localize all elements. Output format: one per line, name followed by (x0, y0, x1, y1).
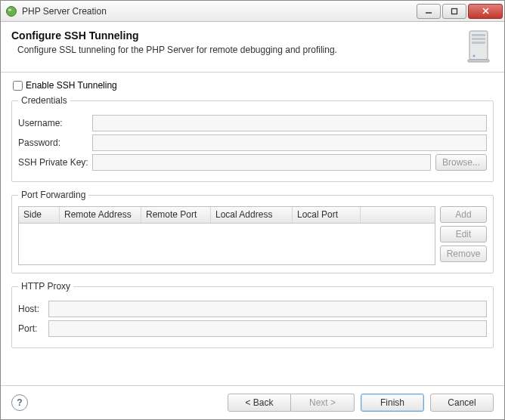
svg-point-0 (7, 6, 17, 16)
server-icon (463, 29, 494, 61)
proxy-host-field[interactable] (48, 301, 487, 317)
svg-rect-3 (452, 8, 457, 14)
proxy-host-label: Host: (18, 304, 48, 314)
http-proxy-legend: HTTP Proxy (18, 281, 73, 292)
browse-button[interactable]: Browse... (435, 154, 487, 171)
username-field[interactable] (92, 115, 487, 131)
port-forwarding-legend: Port Forwarding (18, 190, 88, 200)
close-button[interactable] (468, 4, 503, 19)
maximize-button[interactable] (442, 4, 466, 19)
add-button[interactable]: Add (440, 206, 487, 223)
col-local-address[interactable]: Local Address (211, 207, 293, 223)
banner-title: Configure SSH Tunneling (11, 29, 457, 42)
credentials-group: Credentials Username: Password: SSH Priv… (11, 95, 494, 182)
back-button[interactable]: < Back (228, 394, 291, 412)
wizard-banner: Configure SSH Tunneling Configure SSL tu… (1, 22, 504, 73)
password-field[interactable] (92, 134, 487, 151)
edit-button[interactable]: Edit (440, 226, 487, 242)
footer: ? < Back Next > Finish Cancel (1, 385, 504, 419)
remove-button[interactable]: Remove (440, 246, 487, 262)
next-button[interactable]: Next > (291, 394, 355, 412)
banner-description: Configure SSL tunneling for the PHP Serv… (17, 45, 457, 55)
minimize-button[interactable] (417, 4, 441, 19)
svg-rect-7 (472, 34, 485, 36)
ssh-key-field[interactable] (92, 154, 431, 171)
content-area: Enable SSH Tunneling Credentials Usernam… (1, 73, 504, 385)
titlebar: PHP Server Creation (1, 1, 504, 22)
enable-ssh-checkbox[interactable] (13, 81, 23, 91)
svg-point-1 (8, 8, 11, 11)
window-title: PHP Server Creation (22, 6, 415, 17)
col-remote-port[interactable]: Remote Port (141, 207, 211, 223)
cancel-button[interactable]: Cancel (430, 394, 494, 412)
svg-rect-11 (468, 60, 489, 62)
col-remote-address[interactable]: Remote Address (60, 207, 141, 223)
proxy-port-label: Port: (18, 323, 48, 334)
table-header: Side Remote Address Remote Port Local Ad… (19, 207, 435, 224)
enable-ssh-label: Enable SSH Tunneling (26, 80, 117, 91)
port-forwarding-table[interactable]: Side Remote Address Remote Port Local Ad… (18, 206, 435, 265)
app-icon (5, 5, 17, 17)
http-proxy-group: HTTP Proxy Host: Port: (11, 281, 494, 348)
svg-rect-8 (472, 38, 485, 40)
help-icon[interactable]: ? (11, 394, 28, 411)
col-local-port[interactable]: Local Port (293, 207, 361, 223)
dialog-window: PHP Server Creation Configure SSH Tunnel… (0, 0, 505, 420)
username-label: Username: (18, 118, 92, 128)
finish-button[interactable]: Finish (361, 394, 424, 412)
ssh-key-label: SSH Private Key: (18, 157, 92, 168)
svg-point-10 (473, 55, 476, 57)
port-forwarding-group: Port Forwarding Side Remote Address Remo… (11, 190, 494, 273)
credentials-legend: Credentials (18, 95, 70, 106)
col-side[interactable]: Side (19, 207, 60, 223)
svg-rect-9 (472, 42, 485, 44)
password-label: Password: (18, 137, 92, 148)
proxy-port-field[interactable] (48, 320, 487, 337)
